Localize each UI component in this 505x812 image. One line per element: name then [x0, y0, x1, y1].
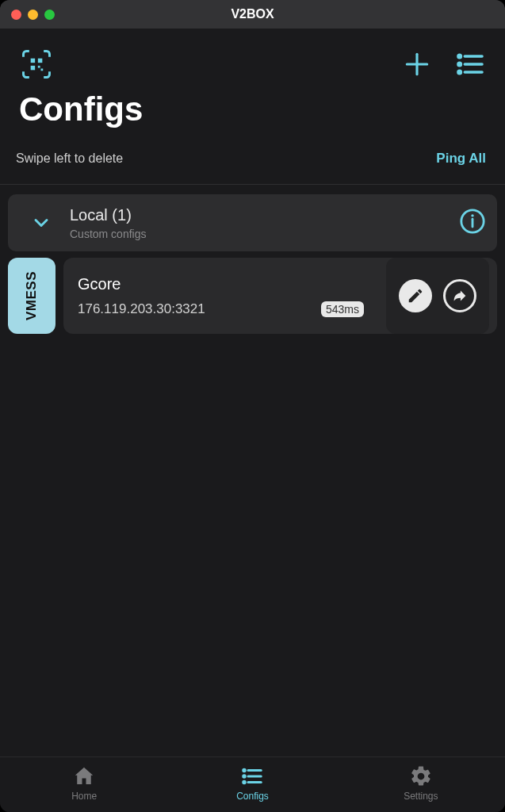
- home-icon: [72, 764, 96, 788]
- svg-point-20: [243, 776, 246, 778]
- config-address: 176.119.203.30:3321: [78, 301, 205, 317]
- window-title: V2BOX: [0, 7, 505, 21]
- tab-home[interactable]: Home: [36, 764, 132, 802]
- traffic-lights: [11, 10, 55, 20]
- list-icon: [454, 48, 486, 80]
- protocol-badge: VMESS: [8, 258, 55, 334]
- svg-rect-0: [31, 59, 35, 63]
- pencil-icon: [407, 287, 424, 304]
- ping-all-button[interactable]: Ping All: [436, 151, 486, 167]
- swipe-hint: Swipe left to delete: [16, 151, 123, 166]
- svg-point-11: [458, 63, 461, 65]
- config-list: Local (1) Custom configs VMESS Gcore 1: [0, 184, 505, 756]
- group-title: Local (1): [70, 206, 459, 224]
- config-name: Gcore: [78, 275, 386, 293]
- svg-point-10: [458, 55, 461, 57]
- svg-point-15: [471, 214, 473, 216]
- maximize-window-button[interactable]: [44, 10, 55, 20]
- group-labels: Local (1) Custom configs: [63, 206, 459, 240]
- tab-bar: Home Configs Settings: [0, 756, 505, 812]
- ping-badge: 543ms: [321, 301, 364, 317]
- chevron-down-icon: [30, 212, 52, 234]
- tab-settings-label: Settings: [404, 791, 438, 802]
- titlebar: V2BOX: [0, 0, 505, 29]
- add-config-button[interactable]: [402, 49, 432, 79]
- protocol-label: VMESS: [24, 271, 40, 320]
- config-card[interactable]: Gcore 176.119.203.30:3321 543ms: [63, 258, 497, 334]
- share-icon: [451, 287, 469, 304]
- close-window-button[interactable]: [11, 10, 21, 20]
- tab-settings[interactable]: Settings: [373, 764, 469, 802]
- qr-code-icon: [19, 47, 54, 82]
- qr-scan-button[interactable]: [19, 47, 54, 82]
- minimize-window-button[interactable]: [28, 10, 38, 20]
- share-config-button[interactable]: [443, 279, 476, 312]
- svg-point-19: [243, 769, 246, 772]
- plus-icon: [402, 49, 432, 79]
- svg-rect-4: [41, 69, 44, 71]
- list-menu-button[interactable]: [454, 48, 486, 80]
- config-actions: [386, 258, 489, 334]
- info-icon: [459, 208, 486, 235]
- tab-home-label: Home: [71, 791, 97, 802]
- toolbar: [0, 29, 505, 86]
- app-window: V2BOX: [0, 0, 505, 812]
- svg-rect-1: [38, 59, 43, 63]
- config-item[interactable]: VMESS Gcore 176.119.203.30:3321 543ms: [8, 258, 497, 334]
- edit-config-button[interactable]: [399, 279, 432, 312]
- config-text: Gcore 176.119.203.30:3321 543ms: [78, 275, 386, 317]
- group-subtitle: Custom configs: [70, 228, 459, 240]
- group-toggle[interactable]: [19, 212, 63, 234]
- tab-configs-label: Configs: [236, 791, 269, 802]
- group-info-button[interactable]: [459, 208, 486, 238]
- config-group-header[interactable]: Local (1) Custom configs: [8, 194, 497, 251]
- svg-point-12: [458, 71, 461, 73]
- svg-rect-2: [31, 66, 35, 71]
- svg-rect-3: [38, 66, 40, 68]
- svg-point-21: [243, 781, 246, 783]
- hint-row: Swipe left to delete Ping All: [0, 151, 505, 184]
- tab-configs[interactable]: Configs: [205, 764, 300, 802]
- page-title: Configs: [0, 86, 505, 151]
- gear-icon: [409, 764, 433, 788]
- list-icon: [240, 764, 264, 788]
